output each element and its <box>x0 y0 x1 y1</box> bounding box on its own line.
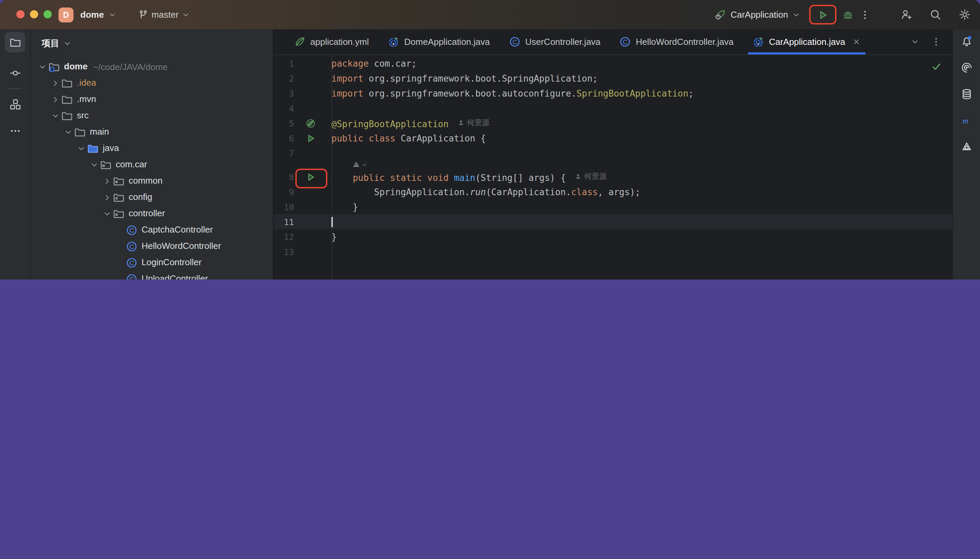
svg-text:m: m <box>962 116 968 125</box>
code-line[interactable]: 7 <box>274 146 952 160</box>
code-text <box>327 217 332 227</box>
code-text: SpringApplication.run(CarApplication.cla… <box>327 187 640 197</box>
code-line[interactable]: 2import org.springframework.boot.SpringA… <box>274 71 952 86</box>
tree-row[interactable]: CLoginController <box>31 254 273 271</box>
toolbar-divider <box>8 88 22 89</box>
tree-row[interactable]: CUploadController <box>31 271 273 280</box>
package-icon <box>113 175 124 187</box>
code-line[interactable]: 1package com.car; <box>274 56 952 71</box>
tree-row[interactable]: main <box>31 124 273 140</box>
svg-text:C: C <box>512 38 517 46</box>
class-icon: C <box>126 273 138 280</box>
spring-bean-icon[interactable] <box>305 118 316 128</box>
close-window-button[interactable] <box>17 10 25 18</box>
project-name[interactable]: dome <box>80 10 104 20</box>
ai-assistant-button[interactable] <box>961 62 972 73</box>
folder-icon <box>61 110 73 121</box>
structure-tool-button[interactable] <box>9 99 21 110</box>
chevron-right-icon[interactable] <box>49 91 61 108</box>
tree-item-label: .mvn <box>77 91 96 108</box>
tree-row[interactable]: .idea <box>31 75 273 91</box>
tree-row[interactable]: src <box>31 108 273 124</box>
code-line[interactable]: 11 <box>274 214 952 229</box>
code-line[interactable]: 5@SpringBootApplication何景源 <box>274 116 952 131</box>
maven-panel-button[interactable]: m <box>961 115 972 126</box>
code-line[interactable]: 9 SpringApplication.run(CarApplication.c… <box>274 184 952 199</box>
editor-tab[interactable]: DomeApplication.java <box>378 29 499 55</box>
tree-row[interactable]: common <box>31 173 273 189</box>
tree-row[interactable]: dome~/code/JAVA/dome <box>31 58 273 75</box>
notifications-button[interactable] <box>961 35 972 47</box>
chevron-down-icon[interactable] <box>910 37 919 46</box>
more-options-button[interactable] <box>859 9 871 20</box>
lingma-panel-button[interactable] <box>961 141 972 153</box>
chevron-right-icon[interactable] <box>49 75 61 91</box>
chevron-down-icon[interactable] <box>88 156 100 173</box>
chevron-down-icon[interactable] <box>63 40 71 48</box>
tree-row[interactable]: CCaptchaController <box>31 222 273 238</box>
folder-icon <box>61 94 73 105</box>
chevron-down-icon[interactable] <box>75 140 87 156</box>
chevron-down-icon[interactable] <box>62 124 74 140</box>
minimize-window-button[interactable] <box>30 10 38 18</box>
code-line[interactable]: 3import org.springframework.boot.autocon… <box>274 86 952 101</box>
code-editor[interactable]: 1package com.car;2import org.springframe… <box>274 55 952 280</box>
project-tool-button[interactable] <box>5 32 25 52</box>
code-with-me-button[interactable] <box>900 9 912 20</box>
branch-selector[interactable]: master <box>138 10 190 20</box>
branch-name: master <box>151 10 178 20</box>
code-line[interactable]: 13 <box>274 244 952 259</box>
project-avatar[interactable]: D <box>58 7 73 22</box>
run-configuration-selector[interactable]: CarApplication <box>715 9 800 20</box>
editor-tab[interactable]: CUserController.java <box>499 29 610 55</box>
chevron-down-icon[interactable] <box>49 108 61 124</box>
code-line[interactable]: 4 <box>274 101 952 116</box>
author-hint[interactable]: 何景源 <box>575 171 607 181</box>
tree-row[interactable]: java <box>31 140 273 156</box>
chevron-down-icon[interactable] <box>36 58 48 75</box>
project-panel-title: 项目 <box>41 37 59 50</box>
close-icon[interactable] <box>852 37 861 46</box>
settings-button[interactable] <box>959 9 970 20</box>
tree-row[interactable]: CHelloWordController <box>31 238 273 254</box>
code-line[interactable]: 10 } <box>274 199 952 214</box>
database-panel-button[interactable] <box>961 88 972 100</box>
chevron-down-icon[interactable] <box>101 205 113 222</box>
code-line[interactable]: 6public class CarApplication { <box>274 131 952 146</box>
run-button[interactable] <box>817 9 828 20</box>
inspections-ok-icon[interactable] <box>931 61 942 72</box>
debug-button[interactable] <box>842 9 853 20</box>
tree-row[interactable]: .mvn <box>31 91 273 108</box>
code-text: import org.springframework.boot.SpringAp… <box>327 73 598 83</box>
ai-inlay-hint[interactable] <box>274 160 952 169</box>
chevron-down-icon[interactable] <box>108 10 116 19</box>
tree-row[interactable]: config <box>31 189 273 205</box>
tree-indent <box>114 254 126 271</box>
line-number: 5 <box>274 118 294 128</box>
code-line[interactable]: 12} <box>274 229 952 244</box>
chevron-right-icon[interactable] <box>101 189 113 205</box>
run-gutter-icon[interactable] <box>305 133 316 143</box>
project-tree: dome~/code/JAVA/dome.idea.mvnsrcmainjava… <box>31 58 273 280</box>
editor-tab[interactable]: application.yml <box>284 29 378 55</box>
search-everywhere-button[interactable] <box>930 9 941 20</box>
tree-row[interactable]: com.car <box>31 156 273 173</box>
code-line[interactable]: 8 public static void main(String[] args)… <box>274 169 952 184</box>
spring-leaf-icon <box>294 36 305 48</box>
chevron-down-icon <box>182 10 190 19</box>
annotation-box-run-button <box>809 5 836 25</box>
commit-tool-button[interactable] <box>9 67 21 79</box>
code-text: @SpringBootApplication何景源 <box>327 117 489 129</box>
springboot-icon <box>753 36 764 48</box>
editor-tab[interactable]: CHelloWordController.java <box>610 29 743 55</box>
run-configuration-name: CarApplication <box>731 10 788 20</box>
more-tool-windows-button[interactable] <box>9 125 21 137</box>
tab-options-icon[interactable] <box>931 37 941 47</box>
tab-label: CarApplication.java <box>769 37 845 47</box>
editor-tab[interactable]: CarApplication.java <box>743 29 871 55</box>
zoom-window-button[interactable] <box>43 10 52 18</box>
chevron-right-icon[interactable] <box>101 173 113 189</box>
tree-row[interactable]: controller <box>31 205 273 222</box>
author-hint[interactable]: 何景源 <box>457 117 489 127</box>
ide-window: D dome master CarApplication <box>0 0 980 280</box>
